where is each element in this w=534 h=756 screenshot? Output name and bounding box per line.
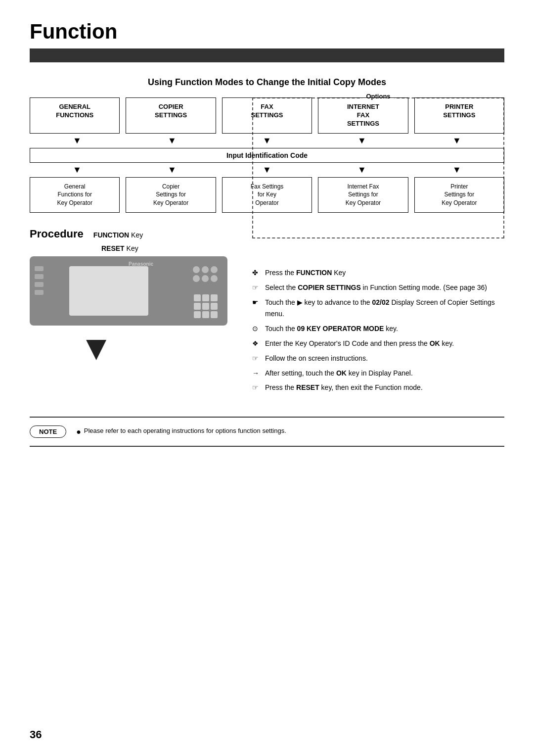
step-7: → After setting, touch the OK key in Dis… bbox=[252, 368, 504, 379]
copier-key-4 bbox=[194, 303, 201, 310]
arrow-1: ▼ bbox=[30, 136, 125, 146]
step-6: ☞ Follow the on screen instructions. bbox=[252, 353, 504, 365]
copier-key-2 bbox=[202, 294, 209, 301]
step-3-icon: ☛ bbox=[252, 297, 262, 309]
id-code-bar: Input Identification Code bbox=[30, 148, 504, 163]
diagram-wrapper: Options GENERAL FUNCTIONS COPIER SETTING… bbox=[30, 97, 504, 213]
arrow-2: ▼ bbox=[125, 136, 220, 146]
top-box-printer: PRINTER SETTINGS bbox=[414, 97, 504, 134]
arrow-b-1: ▼ bbox=[30, 165, 125, 175]
step-4-icon: ⊙ bbox=[252, 323, 262, 335]
step-6-icon: ☞ bbox=[252, 353, 262, 365]
step-7-text: After setting, touch the OK key in Displ… bbox=[265, 368, 504, 379]
step-5-icon: ❖ bbox=[252, 338, 262, 350]
copier-key-7 bbox=[194, 311, 201, 318]
arrow-b-2: ▼ bbox=[125, 165, 220, 175]
procedure-right: ✤ Press the FUNCTION Key ☞ Select the CO… bbox=[252, 267, 504, 397]
copier-side-btn-2 bbox=[35, 274, 44, 279]
copier-btn-6 bbox=[211, 275, 218, 282]
copier-screen bbox=[69, 266, 148, 316]
step-5: ❖ Enter the Key Operator's ID Code and t… bbox=[252, 338, 504, 350]
procedure-section: Procedure FUNCTION Key RESET Key Panason… bbox=[30, 228, 504, 397]
step-1-icon: ✤ bbox=[252, 267, 262, 279]
big-arrow-down: ▼ bbox=[79, 331, 237, 365]
step-4: ⊙ Touch the 09 KEY OPERATOR MODE key. bbox=[252, 323, 504, 335]
copier-side-btn-4 bbox=[35, 290, 44, 295]
step-3-text: Touch the ▶ key to advance to the 02/02 … bbox=[265, 297, 504, 321]
note-text: ● Please refer to each operating instruc… bbox=[76, 427, 286, 436]
bottom-boxes-row: General Functions for Key Operator Copie… bbox=[30, 177, 504, 213]
copier-key-6 bbox=[211, 303, 218, 310]
top-box-fax: FAX SETTINGS bbox=[222, 97, 312, 134]
copier-btn-3 bbox=[211, 266, 218, 273]
top-boxes-row: GENERAL FUNCTIONS COPIER SETTINGS FAX SE… bbox=[30, 97, 504, 134]
function-key-label: FUNCTION Key bbox=[93, 231, 143, 239]
copier-right-buttons bbox=[193, 266, 218, 282]
top-box-general: GENERAL FUNCTIONS bbox=[30, 97, 120, 134]
copier-brand: Panasonic bbox=[129, 261, 153, 267]
copier-key-3 bbox=[211, 294, 218, 301]
copier-btn-4 bbox=[193, 275, 200, 282]
page-number: 36 bbox=[30, 728, 42, 741]
section-heading: Using Function Modes to Change the Initi… bbox=[30, 77, 504, 88]
step-8-icon: ☞ bbox=[252, 382, 262, 394]
copier-keypad bbox=[194, 294, 218, 318]
step-6-text: Follow the on screen instructions. bbox=[265, 353, 504, 365]
bottom-box-fax: Fax Settings for Key Operator bbox=[222, 177, 312, 213]
copier-side-buttons bbox=[35, 266, 44, 295]
copier-illustration: Panasonic bbox=[30, 256, 227, 326]
reset-key-label: RESET Key bbox=[101, 244, 237, 252]
step-2-text: Select the COPIER SETTINGS in Function S… bbox=[265, 282, 504, 294]
page-title: Function bbox=[30, 20, 504, 44]
note-section: NOTE ● Please refer to each operating in… bbox=[30, 417, 504, 447]
copier-key-1 bbox=[194, 294, 201, 301]
step-1: ✤ Press the FUNCTION Key bbox=[252, 267, 504, 279]
copier-btn-5 bbox=[202, 275, 209, 282]
step-2-icon: ☞ bbox=[252, 282, 262, 294]
copier-btn-1 bbox=[193, 266, 200, 273]
step-8: ☞ Press the RESET key, then exit the Fun… bbox=[252, 382, 504, 394]
arrow-3: ▼ bbox=[220, 136, 314, 146]
procedure-heading: Procedure bbox=[30, 228, 84, 240]
copier-key-5 bbox=[202, 303, 209, 310]
arrow-5: ▼ bbox=[409, 136, 504, 146]
step-5-text: Enter the Key Operator's ID Code and the… bbox=[265, 338, 504, 350]
step-7-icon: → bbox=[252, 368, 262, 379]
copier-key-8 bbox=[202, 311, 209, 318]
note-bullet: ● bbox=[76, 427, 81, 436]
arrow-b-3: ▼ bbox=[220, 165, 314, 175]
copier-side-btn-3 bbox=[35, 282, 44, 287]
arrows-row-bottom: ▼ ▼ ▼ ▼ ▼ bbox=[30, 165, 504, 175]
arrow-4: ▼ bbox=[314, 136, 409, 146]
note-badge: NOTE bbox=[30, 425, 66, 438]
step-2: ☞ Select the COPIER SETTINGS in Function… bbox=[252, 282, 504, 294]
arrows-row-top: ▼ ▼ ▼ ▼ ▼ bbox=[30, 136, 504, 146]
copier-side-btn-1 bbox=[35, 266, 44, 271]
top-bar bbox=[30, 48, 504, 62]
arrow-b-4: ▼ bbox=[314, 165, 409, 175]
step-1-text: Press the FUNCTION Key bbox=[265, 267, 504, 279]
bottom-box-copier: Copier Settings for Key Operator bbox=[126, 177, 216, 213]
step-3: ☛ Touch the ▶ key to advance to the 02/0… bbox=[252, 297, 504, 321]
bottom-box-printer: Printer Settings for Key Operator bbox=[414, 177, 504, 213]
arrow-b-5: ▼ bbox=[409, 165, 504, 175]
copier-key-9 bbox=[211, 311, 218, 318]
copier-btn-2 bbox=[202, 266, 209, 273]
top-box-internet-fax: INTERNET FAX SETTINGS bbox=[318, 97, 408, 134]
step-8-text: Press the RESET key, then exit the Funct… bbox=[265, 382, 504, 394]
top-box-copier: COPIER SETTINGS bbox=[126, 97, 216, 134]
note-content: Please refer to each operating instructi… bbox=[84, 427, 286, 434]
bottom-box-general: General Functions for Key Operator bbox=[30, 177, 120, 213]
procedure-left: Procedure FUNCTION Key RESET Key Panason… bbox=[30, 228, 237, 397]
bottom-box-internet-fax: Internet Fax Settings for Key Operator bbox=[318, 177, 408, 213]
step-4-text: Touch the 09 KEY OPERATOR MODE key. bbox=[265, 323, 504, 335]
